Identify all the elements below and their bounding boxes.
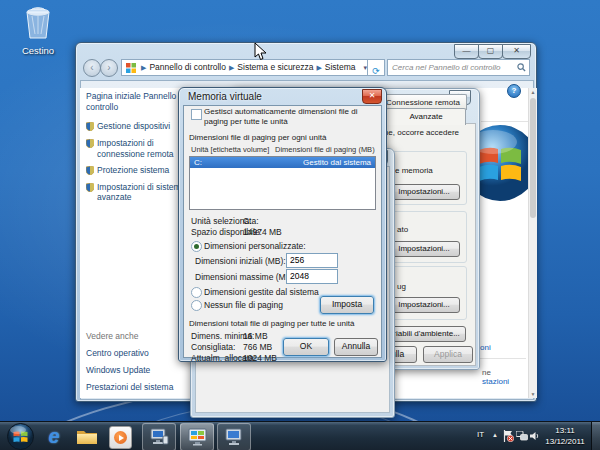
start-button[interactable]	[7, 423, 34, 450]
scroll-up-icon[interactable]: ▲	[529, 89, 537, 95]
language-indicator[interactable]: IT	[477, 430, 484, 439]
min-size-value: 16 MB	[243, 331, 268, 341]
taskbar-window-dialog[interactable]	[217, 423, 251, 450]
close-button[interactable]: ✕	[362, 89, 382, 104]
sidebar-item-windows-update[interactable]: Windows Update	[86, 365, 190, 375]
recommended-value: 766 MB	[243, 342, 272, 352]
recommended-label: Consigliata:	[191, 342, 235, 352]
breadcrumb-system-security[interactable]: Sistema e sicurezza	[237, 62, 313, 72]
startup-description-fragment: ug	[397, 282, 406, 291]
uac-shield-icon	[86, 139, 94, 148]
sidebar-item-performance[interactable]: Prestazioni del sistema	[86, 382, 190, 392]
system-managed-radio[interactable]	[191, 287, 202, 298]
control-panel-icon	[126, 63, 136, 73]
virtual-memory-dialog: Memoria virtuale ✕ Gestisci automaticame…	[178, 87, 387, 362]
auto-manage-checkbox[interactable]	[191, 109, 202, 120]
tab-advanced[interactable]: Avanzate	[386, 108, 466, 125]
custom-size-label[interactable]: Dimensioni personalizzate:	[204, 241, 306, 251]
mouse-cursor	[254, 42, 267, 61]
sidebar-item-remote-settings[interactable]: Impostazioni di connessione remota	[86, 138, 191, 159]
refresh-icon: ⟳	[372, 66, 380, 76]
close-button[interactable]: ✕	[502, 44, 531, 59]
ok-button[interactable]: OK	[283, 338, 329, 356]
scrollbar-thumb[interactable]	[530, 98, 536, 218]
cancel-button[interactable]: Annulla	[334, 338, 378, 356]
action-center-flag-icon[interactable]	[503, 430, 514, 442]
address-bar[interactable]: ▶Pannello di controllo▶Sistema e sicurez…	[121, 59, 370, 76]
sidebar-item-action-center[interactable]: Centro operativo	[86, 348, 190, 358]
drive-paging-value: Gestito dal sistema	[303, 157, 371, 168]
max-size-label: Dimensioni massime (MB):	[195, 272, 297, 282]
content-fragment-link-top[interactable]: oni	[480, 343, 491, 352]
see-also-section: Vedere anche Centro operativo Windows Up…	[80, 331, 190, 399]
scroll-down-icon[interactable]: ▼	[529, 391, 537, 397]
custom-size-radio[interactable]	[191, 241, 202, 252]
no-paging-label[interactable]: Nessun file di paging	[204, 300, 283, 310]
sidebar: Pagina iniziale Pannello di controllo Ge…	[80, 88, 193, 398]
system-managed-label[interactable]: Dimensioni gestite dal sistema	[204, 287, 319, 297]
back-button[interactable]: ‹	[83, 59, 101, 77]
startup-settings-button[interactable]: Impostazioni...	[388, 297, 460, 313]
volume-icon[interactable]	[530, 431, 540, 441]
network-icon[interactable]	[516, 431, 528, 441]
initial-size-input[interactable]: 256	[286, 253, 338, 268]
forward-button[interactable]: ›	[100, 59, 118, 77]
maximize-button[interactable]: ▢	[478, 44, 503, 59]
totals-header: Dimensioni totali file di paging per tut…	[189, 319, 354, 328]
recycle-bin-icon	[23, 6, 53, 40]
drive-listbox[interactable]: C: Gestito dal sistema	[189, 156, 376, 210]
initial-size-label: Dimensioni iniziali (MB):	[195, 256, 286, 266]
recycle-bin[interactable]: Cestino	[10, 6, 66, 56]
refresh-button[interactable]: ⟳	[367, 59, 385, 76]
max-size-input[interactable]: 2048	[286, 269, 338, 284]
drive-row-selected[interactable]: C: Gestito dal sistema	[190, 157, 375, 168]
desktop: Cestino — ▢ ✕ ‹ › ▶Pannello di controllo…	[0, 0, 600, 450]
section-divider	[481, 121, 528, 122]
show-hidden-icons[interactable]: ▲	[492, 432, 498, 438]
sidebar-item-home[interactable]: Pagina iniziale Pannello di controllo	[86, 91, 189, 112]
taskbar-window-system[interactable]	[142, 423, 176, 450]
set-button[interactable]: Imposta	[320, 296, 374, 314]
breadcrumb-system[interactable]: Sistema	[325, 62, 356, 72]
scrollbar[interactable]: ▲ ▼	[528, 88, 537, 398]
uac-shield-icon	[86, 122, 94, 131]
sidebar-item-label: Protezione sistema	[97, 165, 169, 176]
clock[interactable]: 13:11 13/12/2011	[541, 425, 589, 447]
content-fragment-change-settings-link[interactable]: stazioni	[482, 377, 509, 386]
sidebar-item-label: Impostazioni di sistema avanzate	[97, 182, 191, 203]
column-drive: Unità [etichetta volume]	[191, 145, 269, 154]
clock-time: 13:11	[541, 425, 589, 436]
selected-drive-value: C:	[243, 216, 252, 226]
allocated-value: 1024 MB	[243, 353, 277, 363]
profiles-description-fragment: ato	[397, 225, 408, 234]
breadcrumb-control-panel[interactable]: Pannello di controllo	[149, 62, 226, 72]
sidebar-item-system-protection[interactable]: Protezione sistema	[86, 165, 191, 176]
uac-shield-icon	[86, 166, 94, 175]
apply-button[interactable]: Applica	[423, 346, 473, 363]
auto-manage-label[interactable]: Gestisci automaticamente dimensioni file…	[204, 107, 372, 126]
taskbar: e	[0, 421, 600, 450]
uac-shield-icon	[86, 183, 94, 192]
minimize-button[interactable]: —	[454, 44, 479, 59]
dialog-title: Memoria virtuale	[188, 91, 262, 102]
see-also-header: Vedere anche	[86, 331, 190, 341]
taskbar-window-control-panel[interactable]	[180, 423, 214, 450]
sidebar-item-device-manager[interactable]: Gestione dispositivi	[86, 121, 191, 132]
internet-explorer-icon[interactable]: e	[43, 425, 65, 447]
profiles-settings-button[interactable]: Impostazioni...	[388, 241, 460, 257]
sidebar-item-advanced-settings[interactable]: Impostazioni di sistema avanzate	[86, 182, 191, 203]
system-window-icon	[188, 428, 207, 446]
windows-explorer-icon[interactable]	[76, 428, 98, 445]
per-drive-label: Dimensioni file di paging per ogni unità	[189, 133, 326, 142]
computer-icon	[224, 428, 244, 446]
show-desktop-button[interactable]	[591, 422, 600, 450]
no-paging-radio[interactable]	[191, 300, 202, 311]
search-icon[interactable]	[517, 63, 526, 72]
help-icon[interactable]: ?	[507, 84, 521, 98]
performance-settings-button[interactable]: Impostazioni...	[388, 184, 460, 200]
media-player-icon[interactable]	[109, 426, 132, 449]
search-placeholder: Cerca nel Pannello di controllo	[388, 63, 517, 72]
search-box[interactable]: Cerca nel Pannello di controllo	[387, 59, 530, 76]
recycle-bin-label: Cestino	[10, 45, 66, 56]
section-divider	[478, 358, 526, 359]
